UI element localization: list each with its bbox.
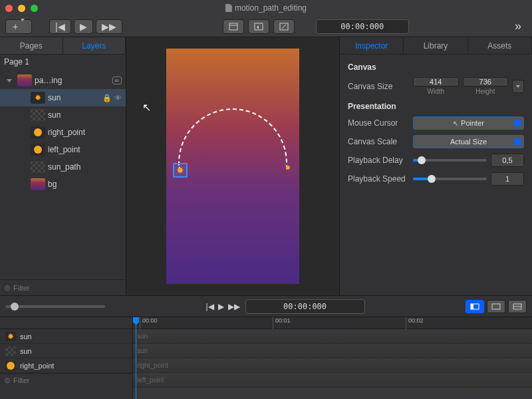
- document-icon: [225, 4, 232, 12]
- timeline-layer-row[interactable]: ✸ sun: [0, 329, 132, 344]
- svg-rect-7: [492, 304, 500, 309]
- height-sublabel: Height: [463, 88, 509, 95]
- layer-thumbnail: [5, 346, 16, 356]
- path-end-point[interactable]: [286, 166, 290, 170]
- tab-pages[interactable]: Pages: [0, 37, 63, 54]
- canvas-height-input[interactable]: 736: [463, 77, 509, 86]
- timeline-layer-list: ✸ sun sun right_point ⊚: [0, 317, 133, 399]
- layer-thumbnail: [31, 109, 45, 121]
- timeline-play-button[interactable]: ▶: [218, 302, 224, 311]
- fast-forward-button[interactable]: ▶▶: [96, 19, 122, 34]
- canvas-section-header: Canvas: [348, 63, 524, 72]
- ruler-tick: 00:01: [273, 317, 291, 329]
- timeline-filter-input[interactable]: [13, 376, 105, 384]
- svg-rect-6: [471, 304, 473, 309]
- play-button[interactable]: ▶: [74, 19, 93, 34]
- view-mode-button-2[interactable]: [248, 19, 269, 34]
- track-row[interactable]: left_point: [133, 373, 532, 388]
- track-row[interactable]: right_point: [133, 358, 532, 373]
- layer-row[interactable]: sun_path: [0, 158, 126, 176]
- canvas-scale-label: Canvas Scale: [348, 137, 409, 146]
- zoom-slider[interactable]: [5, 305, 105, 308]
- layer-row[interactable]: ✸ sun 🔒 👁: [0, 89, 126, 106]
- motion-path[interactable]: [178, 108, 287, 168]
- timeline-tracks[interactable]: 00:00 00:01 00:02 sun sun right_point le…: [133, 317, 532, 399]
- timeline-ruler[interactable]: 00:00 00:01 00:02: [133, 317, 532, 329]
- titlebar: motion_path_editing: [0, 0, 532, 16]
- tab-library[interactable]: Library: [404, 37, 467, 54]
- timeline-area: ✸ sun sun right_point ⊚ 00:00 00:01 00:0…: [0, 317, 532, 399]
- track-row[interactable]: sun: [133, 344, 532, 358]
- ruler-tick: 00:00: [140, 317, 158, 329]
- overflow-button[interactable]: »: [509, 19, 527, 34]
- filter-icon: ⊚: [4, 283, 11, 293]
- timeline-fast-forward-button[interactable]: ▶▶: [228, 302, 240, 311]
- canvas-area[interactable]: ↖ ✸: [126, 37, 339, 295]
- layer-filter-bar: ⊚: [0, 279, 126, 295]
- playback-delay-slider[interactable]: [413, 159, 487, 162]
- canvas-width-input[interactable]: 414: [413, 77, 459, 86]
- visibility-icon[interactable]: 👁: [114, 94, 122, 102]
- sun-object-selected[interactable]: ✸: [173, 163, 188, 178]
- timeline-layer-row[interactable]: right_point: [0, 358, 132, 373]
- svg-rect-0: [229, 23, 237, 30]
- tab-inspector[interactable]: Inspector: [340, 37, 404, 54]
- toolbar-timecode[interactable]: 00:00:000: [316, 19, 409, 34]
- artboard[interactable]: ✸: [166, 49, 299, 284]
- tab-layers[interactable]: Layers: [63, 37, 126, 54]
- playback-delay-value[interactable]: 0,5: [491, 154, 524, 167]
- canvas-size-preset-button[interactable]: [512, 80, 524, 93]
- layer-row[interactable]: left_point: [0, 141, 126, 158]
- tab-assets[interactable]: Assets: [468, 37, 532, 54]
- mouse-cursor-select[interactable]: ↖Pointer: [413, 116, 524, 130]
- edit-mode-button[interactable]: [273, 19, 295, 34]
- timeline-view-mode-1[interactable]: [466, 300, 484, 313]
- layer-row[interactable]: bg: [0, 176, 126, 193]
- layer-thumbnail: [31, 161, 45, 173]
- layer-tree: pa…ing ∞ ✸ sun 🔒 👁 sun right_poin: [0, 69, 126, 279]
- canvas-size-label: Canvas Size: [348, 82, 409, 91]
- timeline-view-mode-3[interactable]: [508, 300, 527, 313]
- layer-thumbnail: [31, 144, 45, 156]
- disclosure-icon[interactable]: [7, 79, 12, 82]
- layer-row[interactable]: right_point: [0, 124, 126, 141]
- layer-thumbnail: ✸: [5, 332, 16, 341]
- layer-row[interactable]: sun: [0, 106, 126, 124]
- timeline-timecode[interactable]: 00:00:000: [245, 299, 365, 314]
- add-button[interactable]: +: [5, 19, 32, 34]
- timeline-view-mode-2[interactable]: [487, 300, 505, 313]
- track-row[interactable]: sun: [133, 329, 532, 344]
- presentation-section-header: Presentation: [348, 102, 524, 111]
- playback-speed-label: Playback Speed: [348, 174, 409, 184]
- playback-speed-slider[interactable]: [413, 178, 487, 180]
- close-window-button[interactable]: [5, 5, 13, 12]
- link-badge-icon: ∞: [112, 76, 122, 84]
- toolbar: + |◀ ▶ ▶▶ 00:00:000 »: [0, 16, 532, 37]
- view-mode-button-1[interactable]: [223, 19, 244, 34]
- mouse-cursor-icon: ↖: [142, 101, 151, 114]
- right-panel: Inspector Library Assets Canvas Canvas S…: [339, 37, 532, 295]
- timeline-layer-row[interactable]: sun: [0, 344, 132, 358]
- page-header[interactable]: Page 1: [0, 55, 126, 69]
- layer-filter-input[interactable]: [13, 284, 122, 292]
- layer-thumbnail: [31, 178, 45, 190]
- playback-speed-value[interactable]: 1: [491, 172, 524, 186]
- mouse-cursor-label: Mouse Cursor: [348, 118, 409, 128]
- timeline-filter-bar: ⊚: [0, 373, 132, 386]
- canvas-scale-select[interactable]: Actual Size: [413, 135, 524, 148]
- playhead[interactable]: [136, 317, 136, 399]
- document-title: motion_path_editing: [225, 3, 307, 13]
- chevron-down-icon: [21, 21, 25, 32]
- layer-thumbnail: [5, 361, 16, 370]
- zoom-window-button[interactable]: [31, 5, 38, 12]
- svg-line-4: [282, 25, 286, 29]
- lock-icon[interactable]: 🔒: [102, 94, 112, 102]
- rewind-button[interactable]: |◀: [49, 19, 71, 34]
- width-sublabel: Width: [413, 88, 459, 95]
- left-panel: Pages Layers Page 1 pa…ing ∞ ✸ sun 🔒 👁: [0, 37, 126, 295]
- minimize-window-button[interactable]: [18, 5, 25, 12]
- layer-row[interactable]: pa…ing ∞: [0, 72, 126, 89]
- layer-thumbnail: [17, 74, 32, 86]
- playback-delay-label: Playback Delay: [348, 156, 409, 165]
- timeline-rewind-button[interactable]: |◀: [205, 302, 213, 311]
